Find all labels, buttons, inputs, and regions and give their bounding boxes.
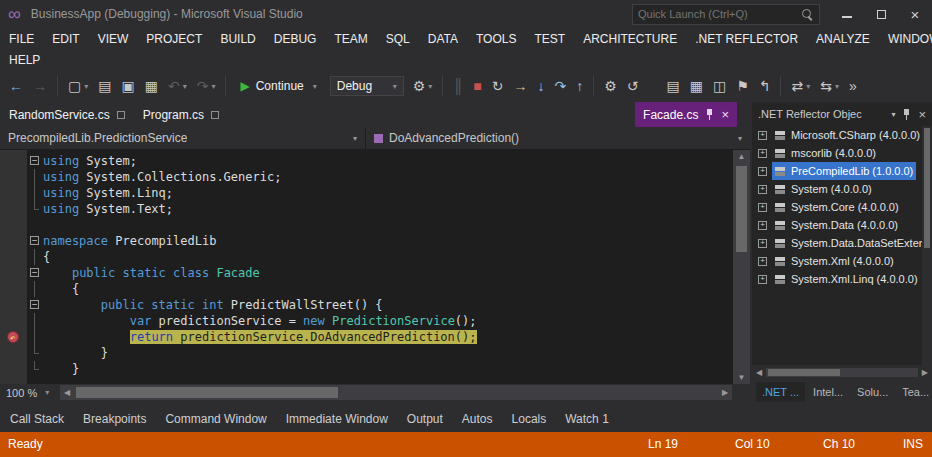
panel-tab-solu[interactable]: Solu... xyxy=(851,382,894,402)
tree-expander-icon[interactable]: + xyxy=(758,257,767,266)
tool-window-tab-autos[interactable]: Autos xyxy=(458,409,497,429)
tree-horizontal-scrollbar[interactable]: ◀ ▶ xyxy=(752,365,932,379)
toolbar-overflow-icon[interactable]: » xyxy=(845,74,861,98)
close-icon[interactable]: × xyxy=(918,108,926,121)
panel-tab-tea[interactable]: Tea... xyxy=(896,382,932,402)
breakpoint-margin[interactable] xyxy=(0,169,27,185)
type-dropdown[interactable]: PrecompiledLib.PredictionService ▾ xyxy=(0,127,366,149)
code-line[interactable]: } xyxy=(0,345,732,361)
tree-vertical-scrollbar[interactable] xyxy=(922,126,932,365)
menu-item-file[interactable]: FILE xyxy=(0,32,43,46)
menu-item-tools[interactable]: TOOLS xyxy=(467,32,525,46)
close-button[interactable]: × xyxy=(898,0,932,28)
step-into-icon[interactable]: ↓ xyxy=(533,74,548,98)
breakpoint-margin[interactable] xyxy=(0,313,27,329)
new-file-icon[interactable]: ▢▾ xyxy=(64,74,92,98)
scroll-left-icon[interactable]: ◀ xyxy=(60,385,74,400)
stop-debugging-icon[interactable]: ■ xyxy=(469,74,485,98)
fold-collapse-icon[interactable] xyxy=(27,297,43,313)
tool-window-tab-call-stack[interactable]: Call Stack xyxy=(6,409,68,429)
scroll-right-icon[interactable]: ▶ xyxy=(718,385,732,400)
code-line[interactable]: using System; xyxy=(0,153,732,169)
tool-window-tab-locals[interactable]: Locals xyxy=(508,409,551,429)
tree-item-system-data-4-0-0-0[interactable]: +System.Data (4.0.0.0) xyxy=(752,216,932,234)
chevron-down-icon[interactable]: ▾ xyxy=(891,110,895,119)
minimize-button[interactable] xyxy=(830,0,864,28)
breakpoint-margin[interactable] xyxy=(0,297,27,313)
open-file-icon[interactable]: ▤ xyxy=(94,74,115,98)
breakpoint-margin[interactable] xyxy=(0,265,27,281)
member-dropdown[interactable]: DoAdvancedPrediction() ▾ xyxy=(366,127,750,149)
menu-item-edit[interactable]: EDIT xyxy=(43,32,88,46)
menu-item-net-reflector[interactable]: .NET REFLECTOR xyxy=(686,32,807,46)
zoom-select[interactable]: 100 % ▾ xyxy=(0,384,60,401)
close-icon[interactable]: × xyxy=(721,108,729,121)
tool-window-tab-output[interactable]: Output xyxy=(403,409,447,429)
extensions-icon[interactable]: ⇄▾ xyxy=(787,74,814,98)
tool-window-tab-command-window[interactable]: Command Window xyxy=(161,409,270,429)
code-line[interactable]: using System.Collections.Generic; xyxy=(0,169,732,185)
restart-icon[interactable]: ↻ xyxy=(488,74,508,98)
tree-expander-icon[interactable]: + xyxy=(758,149,767,158)
tool-window-tab-watch-1[interactable]: Watch 1 xyxy=(561,409,613,429)
refresh-icon[interactable]: ↺ xyxy=(623,74,643,98)
scrollbar-thumb[interactable] xyxy=(768,369,840,376)
continue-button[interactable]: ▶ Continue ▾ xyxy=(233,74,323,98)
scrollbar-thumb[interactable] xyxy=(924,128,930,248)
menu-item-build[interactable]: BUILD xyxy=(211,32,264,46)
menu-item-test[interactable]: TEST xyxy=(525,32,574,46)
menu-item-analyze[interactable]: ANALYZE xyxy=(807,32,879,46)
properties-window-icon[interactable]: ▦ xyxy=(686,74,707,98)
tab-program-cs[interactable]: Program.cs xyxy=(134,102,228,127)
menu-item-team[interactable]: TEAM xyxy=(325,32,376,46)
attach-to-process-icon[interactable]: ⚙ xyxy=(600,74,621,98)
menu-item-view[interactable]: VIEW xyxy=(89,32,138,46)
debug-options-icon[interactable]: ⚙▾ xyxy=(409,74,437,98)
code-editor[interactable]: using System;using System.Collections.Ge… xyxy=(0,150,750,384)
navigate-back-icon[interactable]: ← xyxy=(5,74,27,98)
panel-header[interactable]: .NET Reflector Objec ▾ × xyxy=(752,102,932,126)
scroll-left-icon[interactable]: ◀ xyxy=(754,368,764,377)
fold-collapse-icon[interactable] xyxy=(27,233,43,249)
menu-item-sql[interactable]: SQL xyxy=(377,32,419,46)
tree-expander-icon[interactable]: + xyxy=(758,167,767,176)
maximize-button[interactable] xyxy=(864,0,898,28)
menu-item-project[interactable]: PROJECT xyxy=(137,32,211,46)
breakpoint-margin[interactable] xyxy=(0,233,27,249)
breakpoint-margin[interactable] xyxy=(0,153,27,169)
tree-item-mscorlib-4-0-0-0[interactable]: +mscorlib (4.0.0.0) xyxy=(752,144,932,162)
code-line[interactable]: public static int PredictWallStreet() { xyxy=(0,297,732,313)
code-line[interactable]: { xyxy=(0,249,732,265)
tree-item-system-xml-linq-4-0-0-0[interactable]: +System.Xml.Linq (4.0.0.0) xyxy=(752,270,932,288)
tree-item-precompiledlib-1-0-0-0[interactable]: +PreCompiledLib (1.0.0.0) xyxy=(752,162,932,180)
tree-expander-icon[interactable]: + xyxy=(758,131,767,140)
code-line[interactable]: { xyxy=(0,281,732,297)
tool-window-tab-breakpoints[interactable]: Breakpoints xyxy=(79,409,150,429)
object-browser-icon[interactable]: ◫ xyxy=(709,74,730,98)
breakpoint-margin[interactable] xyxy=(0,201,27,217)
breakpoint-margin[interactable] xyxy=(0,217,27,233)
tab-randomservice-cs[interactable]: RandomService.cs xyxy=(0,102,134,127)
bookmark-icon[interactable]: ⚑ xyxy=(732,74,753,98)
tree-item-microsoft-csharp-4-0-0-0[interactable]: +Microsoft.CSharp (4.0.0.0) xyxy=(752,126,932,144)
navigate-backward-icon[interactable]: ↰ xyxy=(755,74,775,98)
tree-expander-icon[interactable]: + xyxy=(758,185,767,194)
editor-vertical-scrollbar[interactable]: ▲ ▼ xyxy=(733,150,750,384)
breakpoint-margin[interactable] xyxy=(0,185,27,201)
save-all-icon[interactable]: ▦ xyxy=(141,74,162,98)
undo-icon[interactable]: ↶▾ xyxy=(164,74,191,98)
pin-icon[interactable] xyxy=(705,108,714,121)
code-line[interactable]: namespace PrecompiledLib xyxy=(0,233,732,249)
quick-launch-box[interactable] xyxy=(632,4,820,25)
tree-expander-icon[interactable]: + xyxy=(758,275,767,284)
fold-collapse-icon[interactable] xyxy=(27,153,43,169)
tree-item-system-core-4-0-0-0[interactable]: +System.Core (4.0.0.0) xyxy=(752,198,932,216)
tab-facade-cs[interactable]: Facade.cs × xyxy=(635,102,737,127)
breakpoint-margin[interactable] xyxy=(0,281,27,297)
compare-icon[interactable]: ⇆▾ xyxy=(816,74,843,98)
tree-item-system-xml-4-0-0-0[interactable]: +System.Xml (4.0.0.0) xyxy=(752,252,932,270)
save-icon[interactable]: ▣ xyxy=(117,74,138,98)
tree-item-system-data-datasetextensions-4-0-0-0[interactable]: +System.Data.DataSetExtensions (4.0.0.0) xyxy=(752,234,932,252)
breakpoint-margin[interactable] xyxy=(0,361,27,377)
editor-horizontal-scrollbar[interactable]: ◀ ▶ xyxy=(60,385,732,400)
